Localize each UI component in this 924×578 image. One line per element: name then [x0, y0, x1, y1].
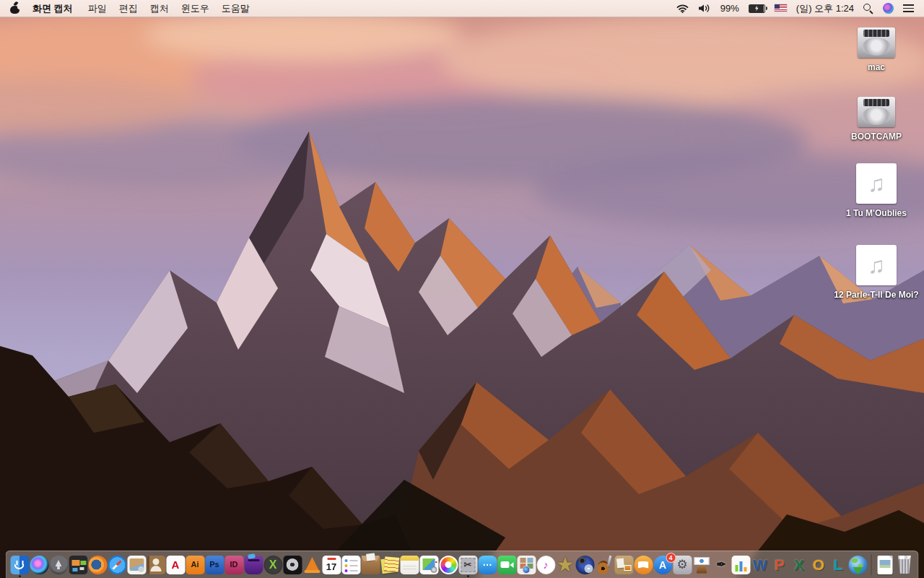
apple-menu[interactable] — [10, 3, 19, 14]
dock-item-powerpoint[interactable]: P — [770, 551, 790, 578]
active-app-menu-title[interactable]: 화면 캡처 — [32, 2, 73, 15]
desktop-wallpaper[interactable] — [0, 17, 924, 578]
contacts-icon — [147, 556, 165, 574]
dock-item-toast[interactable] — [244, 551, 263, 578]
dock-item-photo-booth[interactable] — [517, 551, 536, 578]
facetime-icon — [497, 556, 516, 574]
spotlight-search-icon[interactable] — [863, 4, 873, 14]
dock-item-image-capture[interactable] — [419, 551, 439, 578]
dock-item-excel[interactable]: X — [790, 551, 809, 578]
dock-item-messages[interactable]: ⋯ — [478, 551, 497, 578]
audio-file-icon: ♫ — [856, 245, 897, 285]
dock-item-pages[interactable]: ✒ — [712, 551, 731, 578]
dock-item-vlc[interactable] — [302, 551, 322, 578]
battery-percent[interactable]: 99% — [720, 3, 739, 14]
desktop-icon-audio-file-1[interactable]: ♫1 Tu M'Oublies — [846, 163, 907, 218]
audio-file-icon: ♫ — [856, 163, 897, 204]
dock-item-x-app[interactable]: X — [263, 551, 283, 578]
illustrator-icon: Ai — [186, 556, 204, 574]
dock-item-photoshop[interactable]: Ps — [205, 551, 225, 578]
menu-bar-clock[interactable]: (일) 오후 1:24 — [796, 2, 854, 15]
notes-icon — [400, 556, 419, 574]
desktop-icon-label: BOOTCAMP — [851, 131, 902, 142]
menu-item-5[interactable]: 도움말 — [222, 3, 250, 14]
dock-item-launchpad[interactable] — [49, 551, 69, 578]
siri-icon — [30, 556, 48, 574]
dock-item-calendar[interactable]: 17 — [322, 551, 341, 578]
hard-drive-icon — [858, 97, 895, 127]
dock-item-screen-capture-grab[interactable]: ✂ — [458, 551, 478, 578]
menu-item-2[interactable]: 편집 — [119, 3, 138, 14]
notification-center-icon[interactable] — [903, 4, 914, 12]
us-flag-input-source-icon[interactable] — [775, 4, 787, 12]
dock-item-disk-tool[interactable] — [283, 551, 302, 578]
dock-item-ibooks[interactable] — [634, 551, 653, 578]
dock-item-safari[interactable] — [108, 551, 127, 578]
dock-item-stickies[interactable] — [380, 551, 400, 578]
indesign-icon: ID — [225, 556, 243, 574]
app-store-icon: A4 — [653, 556, 672, 574]
dock-item-trash-full[interactable] — [895, 551, 915, 578]
desktop-icon-column: macBOOTCAMP♫1 Tu M'Oublies♫12 Parle-T-Il… — [829, 17, 924, 300]
imovie-icon: ★ — [556, 556, 575, 574]
calendar-icon: 17 — [322, 556, 341, 574]
dock-item-document[interactable] — [876, 551, 895, 578]
dock-item-preview[interactable] — [127, 551, 147, 578]
document-icon — [878, 556, 893, 574]
dock-item-indesign[interactable]: ID — [225, 551, 244, 578]
dock-item-siri[interactable] — [30, 551, 49, 578]
dock-item-downloader[interactable] — [848, 551, 868, 578]
itunes-icon: ♪ — [536, 556, 555, 574]
dock-item-mission-control[interactable] — [69, 551, 88, 578]
dock-item-unarchiver[interactable] — [361, 551, 380, 578]
word-icon: W — [751, 556, 770, 574]
stickies-icon — [380, 556, 399, 574]
dock-item-contacts[interactable] — [147, 551, 166, 578]
outlook-icon: O — [809, 556, 828, 574]
idvd-icon — [575, 556, 594, 574]
dock-item-photos[interactable] — [439, 551, 458, 578]
desktop-icon-label: 1 Tu M'Oublies — [846, 208, 907, 218]
ibooks-icon — [634, 556, 653, 574]
menu-item-3[interactable]: 캡처 — [150, 3, 169, 14]
siri-icon[interactable] — [883, 3, 894, 14]
photo-booth-icon — [517, 556, 536, 574]
dock-separator — [871, 554, 872, 575]
menu-bar-status-area: 99% (일) 오후 1:24 — [676, 2, 914, 15]
dock-item-outlook[interactable]: O — [809, 551, 829, 578]
numbers-icon — [731, 556, 750, 574]
dock-item-finder[interactable] — [10, 551, 30, 578]
dock-item-firefox[interactable] — [88, 551, 108, 578]
menu-item-1[interactable]: 파일 — [88, 3, 107, 14]
dock-item-imovie[interactable]: ★ — [556, 551, 575, 578]
dock: AAiPsIDX17✂⋯♪★A4⚙✒WPXOL — [6, 551, 919, 578]
dock-item-scrapbook[interactable] — [614, 551, 634, 578]
desktop-icon-audio-file-2[interactable]: ♫12 Parle-T-Il De Moi? — [834, 245, 918, 300]
dock-item-lync[interactable]: L — [829, 551, 848, 578]
dock-item-reminders[interactable] — [341, 551, 361, 578]
wifi-icon[interactable] — [676, 4, 689, 13]
dock-item-idvd[interactable] — [575, 551, 595, 578]
battery-charging-icon[interactable] — [749, 4, 765, 13]
dock-item-keynote[interactable] — [692, 551, 712, 578]
dock-item-acrobat-reader[interactable]: A — [166, 551, 186, 578]
dock-item-app-store[interactable]: A4 — [653, 551, 673, 578]
running-indicator — [19, 575, 21, 577]
dock-item-facetime[interactable] — [497, 551, 517, 578]
menu-item-4[interactable]: 윈도우 — [181, 3, 209, 14]
dock-item-numbers[interactable] — [731, 551, 751, 578]
dock-item-notes[interactable] — [400, 551, 419, 578]
desktop-icon-drive-mac[interactable]: mac — [858, 27, 895, 72]
image-capture-icon — [419, 556, 438, 574]
dock-item-itunes[interactable]: ♪ — [536, 551, 556, 578]
dock-item-illustrator[interactable]: Ai — [186, 551, 205, 578]
photos-icon — [439, 556, 458, 574]
dock-item-word[interactable]: W — [751, 551, 770, 578]
notification-badge: 4 — [666, 553, 676, 563]
photoshop-icon: Ps — [205, 556, 224, 574]
toast-icon — [244, 556, 263, 574]
dock-item-garageband[interactable] — [595, 551, 614, 578]
volume-icon[interactable] — [698, 4, 711, 13]
excel-icon: X — [790, 556, 808, 574]
desktop-icon-drive-bootcamp[interactable]: BOOTCAMP — [851, 97, 902, 142]
